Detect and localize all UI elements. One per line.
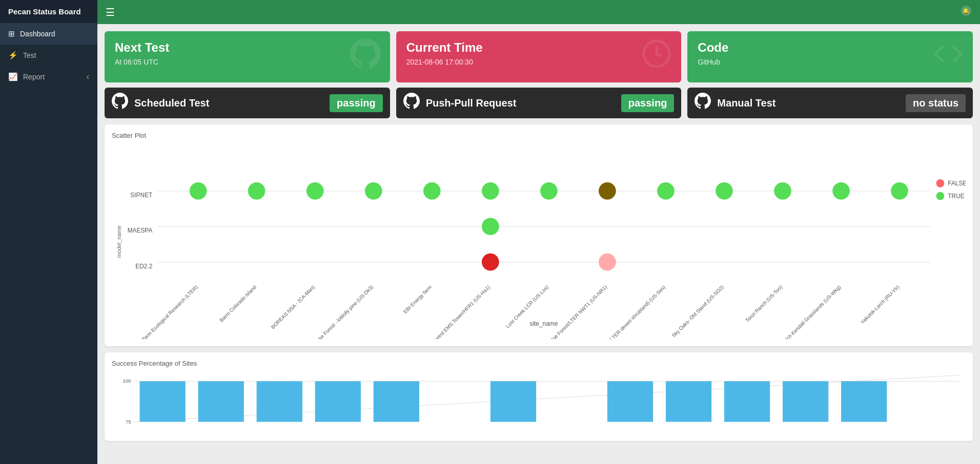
bar-rect bbox=[666, 381, 711, 421]
charts-area: Scatter Plot model_name SIPNET MAESPA ED… bbox=[97, 124, 980, 464]
svg-text:site_name: site_name bbox=[529, 320, 558, 327]
scatter-point bbox=[482, 182, 499, 200]
bar-rect bbox=[140, 381, 186, 421]
scatter-point bbox=[248, 182, 266, 200]
bar-chart-title: Success Percentage of Sites bbox=[112, 360, 966, 367]
svg-text:FALSE: FALSE bbox=[948, 180, 966, 187]
svg-text:EBI Energy farm: EBI Energy farm bbox=[402, 284, 433, 314]
clock-icon bbox=[641, 38, 672, 75]
main-content: ☰ 🔔 Next Test At 06:05 UTC Current Time … bbox=[97, 0, 980, 464]
bar-svg: 100 75 bbox=[112, 372, 966, 434]
bar-rect bbox=[783, 381, 828, 421]
collapse-button[interactable]: ‹ bbox=[87, 72, 89, 81]
next-test-subtitle: At 06:05 UTC bbox=[115, 58, 380, 66]
svg-text:TRUE: TRUE bbox=[948, 193, 964, 200]
badge-row: Scheduled Test passing Push-Pull Request… bbox=[97, 88, 980, 124]
topbar: ☰ 🔔 bbox=[97, 0, 980, 24]
scatter-point bbox=[599, 182, 616, 200]
bar-container: 100 75 bbox=[112, 372, 966, 434]
bar-rect bbox=[374, 381, 419, 421]
bar-rect bbox=[491, 381, 536, 421]
scheduled-test-status: passing bbox=[330, 94, 383, 112]
scatter-svg: model_name SIPNET MAESPA ED2.2 Arctic Lo… bbox=[112, 144, 966, 339]
svg-text:100: 100 bbox=[122, 378, 131, 384]
bar-rect bbox=[315, 381, 361, 421]
scatter-point bbox=[365, 182, 382, 200]
svg-text:Duke Forest - loblolly pine (U: Duke Forest - loblolly pine (US-Dk3) bbox=[313, 284, 374, 339]
sidebar-label-report: Report bbox=[23, 73, 45, 81]
test-icon: ⚡ bbox=[8, 51, 18, 60]
scatter-plot-title: Scatter Plot bbox=[112, 132, 966, 139]
svg-text:model_name: model_name bbox=[116, 226, 122, 258]
svg-text:MAESPA: MAESPA bbox=[128, 227, 153, 234]
manual-test-status: no status bbox=[906, 94, 966, 112]
svg-text:BOREAS NSA - (CA-Man): BOREAS NSA - (CA-Man) bbox=[270, 284, 316, 330]
code-title: Code bbox=[698, 40, 963, 55]
bar-rect bbox=[198, 381, 244, 421]
scatter-point bbox=[423, 182, 441, 200]
svg-text:Sevilleta (LTER desert shrubla: Sevilleta (LTER desert shrubland) (US-Se… bbox=[593, 284, 666, 339]
github-icon-pushpull bbox=[403, 93, 420, 113]
svg-text:Harvard Forest EMS Tower/HFR1 : Harvard Forest EMS Tower/HFR1 (US-Ha1) bbox=[417, 284, 491, 339]
push-pull-badge: Push-Pull Request passing bbox=[396, 88, 682, 118]
svg-text:🔔: 🔔 bbox=[963, 7, 970, 14]
sidebar-label-dashboard: Dashboard bbox=[20, 30, 55, 38]
bar-rect bbox=[257, 381, 302, 421]
scatter-point bbox=[190, 182, 207, 200]
notification-icon[interactable]: 🔔 bbox=[961, 5, 972, 16]
svg-text:Niwot Ridge Forest/LTER NWT1 (: Niwot Ridge Forest/LTER NWT1 (US-NR1) bbox=[536, 284, 608, 339]
github-icon-scheduled bbox=[112, 93, 128, 113]
app-title: Pecan Status Board bbox=[0, 0, 97, 23]
code-subtitle: GitHub bbox=[698, 58, 963, 66]
current-time-card: Current Time 2021-08-06 17:00:30 bbox=[396, 31, 682, 82]
svg-text:Yakutsk-Larch (RU-Ylr): Yakutsk-Larch (RU-Ylr) bbox=[860, 284, 901, 325]
scatter-point bbox=[482, 218, 499, 235]
scatter-point bbox=[599, 254, 616, 271]
svg-text:SIPNET: SIPNET bbox=[130, 192, 152, 199]
svg-text:Barro Colorado Island: Barro Colorado Island bbox=[218, 284, 257, 323]
dashboard-icon: ⊞ bbox=[8, 29, 15, 38]
scatter-point bbox=[307, 182, 324, 200]
current-time-subtitle: 2021-08-06 17:00:30 bbox=[406, 58, 671, 66]
svg-text:Tonzi Ranch (US-Ton): Tonzi Ranch (US-Ton) bbox=[744, 284, 783, 323]
github-icon-manual bbox=[695, 93, 711, 113]
current-time-title: Current Time bbox=[406, 40, 671, 55]
svg-text:Sky Oaks- Old Stand (US-SO2): Sky Oaks- Old Stand (US-SO2) bbox=[670, 284, 725, 339]
sidebar-item-test[interactable]: ⚡ Test bbox=[0, 45, 97, 66]
sidebar-item-dashboard[interactable]: ⊞ Dashboard bbox=[0, 23, 97, 45]
bar-rect bbox=[607, 381, 653, 421]
svg-text:75: 75 bbox=[126, 419, 132, 425]
topbar-right: 🔔 bbox=[961, 5, 972, 19]
manual-test-badge: Manual Test no status bbox=[687, 88, 973, 118]
next-test-card: Next Test At 06:05 UTC bbox=[105, 31, 390, 82]
svg-text:Arctic Long-Term Ecological Re: Arctic Long-Term Ecological Research (LT… bbox=[121, 284, 199, 339]
next-test-title: Next Test bbox=[115, 40, 380, 55]
scatter-point bbox=[774, 182, 791, 200]
manual-test-label: Manual Test bbox=[717, 97, 900, 109]
scatter-point bbox=[482, 254, 499, 271]
scheduled-test-badge: Scheduled Test passing bbox=[105, 88, 390, 118]
scatter-plot-panel: Scatter Plot model_name SIPNET MAESPA ED… bbox=[105, 124, 973, 346]
code-icon bbox=[933, 38, 964, 75]
scatter-container: model_name SIPNET MAESPA ED2.2 Arctic Lo… bbox=[112, 144, 966, 339]
svg-point-24 bbox=[936, 179, 944, 187]
push-pull-label: Push-Pull Request bbox=[426, 97, 615, 109]
github-icon-next bbox=[350, 38, 381, 75]
scatter-point bbox=[832, 182, 850, 200]
bar-rect bbox=[724, 381, 770, 421]
bar-chart-panel: Success Percentage of Sites 100 75 bbox=[105, 352, 973, 441]
code-card: Code GitHub bbox=[687, 31, 973, 82]
bar-rect bbox=[841, 381, 887, 421]
scatter-point bbox=[891, 182, 908, 200]
svg-text:ED2.2: ED2.2 bbox=[135, 263, 152, 270]
scatter-point bbox=[716, 182, 733, 200]
svg-point-26 bbox=[936, 192, 944, 200]
info-cards-row: Next Test At 06:05 UTC Current Time 2021… bbox=[97, 24, 980, 88]
report-icon: 📈 bbox=[8, 72, 18, 81]
menu-icon[interactable]: ☰ bbox=[106, 6, 115, 18]
scheduled-test-label: Scheduled Test bbox=[134, 97, 323, 109]
sidebar: Pecan Status Board ⊞ Dashboard ⚡ Test 📈 … bbox=[0, 0, 97, 464]
sidebar-item-report[interactable]: 📈 Report ‹ bbox=[0, 66, 97, 88]
scatter-point bbox=[540, 182, 558, 200]
sidebar-label-test: Test bbox=[23, 51, 36, 59]
